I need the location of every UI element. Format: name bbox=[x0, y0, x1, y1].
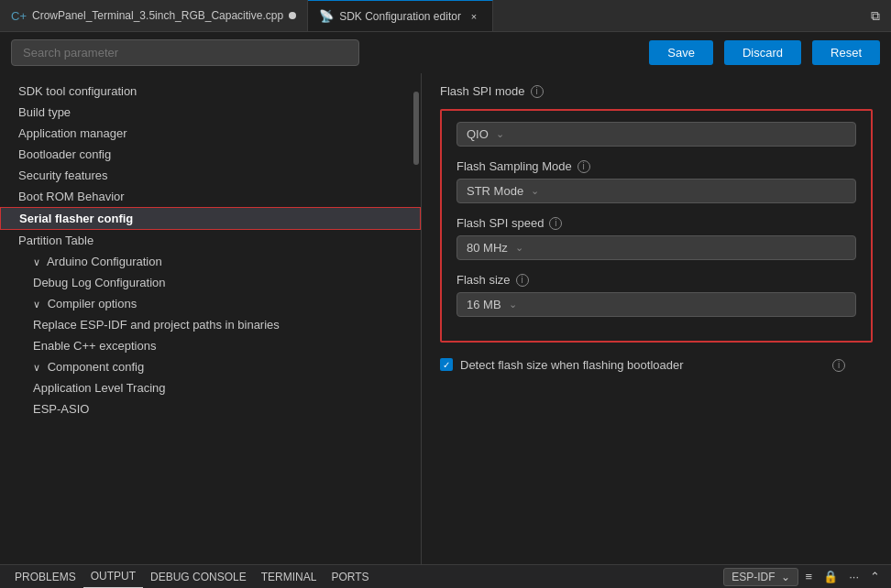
flash-spi-speed-dropdown[interactable]: 80 MHz ⌄ bbox=[456, 235, 856, 260]
sidebar-item-app-level-tracing-label: Application Level Tracing bbox=[33, 381, 166, 395]
compiler-options-arrow: ∨ bbox=[33, 299, 40, 310]
right-panel: Flash SPI mode i QIO ⌄ Flash Sampling Mo… bbox=[422, 73, 891, 564]
detect-flash-info-icon[interactable]: i bbox=[832, 359, 845, 372]
detect-flash-item: Detect flash size when flashing bootload… bbox=[440, 357, 873, 374]
status-bar: PROBLEMS OUTPUT DEBUG CONSOLE TERMINAL P… bbox=[0, 564, 891, 588]
sidebar-item-bootloader-label: Bootloader config bbox=[18, 147, 111, 161]
flash-spi-mode-info-icon[interactable]: i bbox=[531, 85, 544, 98]
sidebar-item-component-config-label: Component config bbox=[48, 360, 145, 374]
toolbar: Save Discard Reset bbox=[0, 32, 891, 73]
status-output[interactable]: OUTPUT bbox=[83, 565, 143, 588]
sidebar-item-replace-esp[interactable]: Replace ESP-IDF and project paths in bin… bbox=[0, 314, 421, 335]
sidebar-item-security-label: Security features bbox=[18, 169, 108, 182]
sidebar-item-partition-table[interactable]: Partition Table bbox=[0, 230, 421, 251]
arduino-config-arrow: ∨ bbox=[33, 256, 40, 268]
sidebar-item-replace-esp-label: Replace ESP-IDF and project paths in bin… bbox=[33, 318, 280, 332]
flash-spi-mode-header-label: Flash SPI mode bbox=[440, 84, 525, 98]
sidebar-item-esp-asio-label: ESP-ASIO bbox=[33, 402, 89, 416]
flash-size-config: Flash size i 16 MB ⌄ bbox=[456, 273, 856, 317]
sidebar-item-debug-log[interactable]: Debug Log Configuration bbox=[0, 272, 421, 293]
sidebar-item-sdk-tool-label: SDK tool configuration bbox=[18, 84, 137, 98]
split-editor-icon[interactable]: ⧉ bbox=[867, 5, 884, 27]
status-action-icons: ≡ 🔒 ··· ⌃ bbox=[802, 570, 884, 583]
sdk-icon: 📡 bbox=[319, 9, 334, 23]
tab-sdk-label: SDK Configuration editor bbox=[339, 10, 461, 23]
flash-spi-mode-dropdown[interactable]: QIO ⌄ bbox=[456, 122, 856, 147]
flash-spi-mode-value: QIO bbox=[467, 127, 489, 141]
sidebar-item-serial-flasher-label: Serial flasher config bbox=[19, 212, 133, 225]
sidebar-item-app-level-tracing[interactable]: Application Level Tracing bbox=[0, 377, 421, 398]
sidebar: SDK tool configuration Build type Applic… bbox=[0, 73, 422, 564]
tab-bar: C+ CrowPanel_Terminal_3.5inch_RGB_Capaci… bbox=[0, 0, 891, 32]
sidebar-item-arduino-config-label: Arduino Configuration bbox=[47, 255, 162, 268]
status-ports[interactable]: PORTS bbox=[324, 565, 376, 588]
flash-spi-mode-config: QIO ⌄ bbox=[456, 122, 856, 147]
sidebar-item-compiler-options-label: Compiler options bbox=[48, 297, 138, 310]
sidebar-item-sdk-tool[interactable]: SDK tool configuration bbox=[0, 81, 421, 102]
flash-size-chevron: ⌄ bbox=[509, 299, 517, 310]
sidebar-item-build-type-label: Build type bbox=[18, 105, 71, 119]
tab-cpp-label: CrowPanel_Terminal_3.5inch_RGB_Capacitiv… bbox=[32, 9, 283, 22]
flash-spi-speed-label: Flash SPI speed i bbox=[456, 216, 856, 230]
flash-size-dropdown[interactable]: 16 MB ⌄ bbox=[456, 292, 856, 317]
cpp-icon: C+ bbox=[11, 9, 27, 23]
sidebar-item-serial-flasher[interactable]: Serial flasher config bbox=[0, 207, 421, 230]
status-lock-icon[interactable]: 🔒 bbox=[820, 570, 842, 583]
tab-sdk[interactable]: 📡 SDK Configuration editor × bbox=[308, 0, 493, 31]
sidebar-item-enable-cpp-label: Enable C++ exceptions bbox=[33, 339, 156, 353]
flash-sampling-mode-chevron: ⌄ bbox=[531, 185, 539, 197]
status-terminal[interactable]: TERMINAL bbox=[254, 565, 324, 588]
sidebar-item-enable-cpp[interactable]: Enable C++ exceptions bbox=[0, 335, 421, 356]
flash-sampling-mode-config: Flash Sampling Mode i STR Mode ⌄ bbox=[456, 159, 856, 203]
flash-spi-speed-config: Flash SPI speed i 80 MHz ⌄ bbox=[456, 216, 856, 260]
tab-cpp-dot bbox=[289, 12, 296, 19]
flash-config-highlight-box: QIO ⌄ Flash Sampling Mode i STR Mode ⌄ bbox=[440, 109, 873, 343]
sidebar-scrollbar[interactable] bbox=[413, 73, 419, 564]
flash-spi-speed-value: 80 MHz bbox=[467, 241, 508, 255]
flash-size-info-icon[interactable]: i bbox=[516, 274, 529, 287]
sidebar-item-boot-rom-label: Boot ROM Behavior bbox=[18, 190, 125, 203]
status-debug-console[interactable]: DEBUG CONSOLE bbox=[143, 565, 254, 588]
sidebar-item-component-config[interactable]: ∨ Component config bbox=[0, 356, 421, 377]
esp-idf-label: ESP-IDF bbox=[732, 571, 775, 583]
discard-button[interactable]: Discard bbox=[724, 40, 801, 65]
save-button[interactable]: Save bbox=[649, 40, 713, 65]
status-problems[interactable]: PROBLEMS bbox=[7, 565, 83, 588]
status-chevron-up-icon[interactable]: ⌃ bbox=[866, 570, 884, 583]
sidebar-item-security[interactable]: Security features bbox=[0, 165, 421, 186]
detect-flash-info: i bbox=[832, 357, 845, 372]
sidebar-item-arduino-config[interactable]: ∨ Arduino Configuration bbox=[0, 251, 421, 272]
tab-sdk-close[interactable]: × bbox=[467, 9, 481, 24]
status-lines-icon[interactable]: ≡ bbox=[802, 570, 817, 583]
search-input[interactable] bbox=[11, 39, 359, 66]
flash-size-label: Flash size i bbox=[456, 273, 856, 287]
flash-sampling-mode-label: Flash Sampling Mode i bbox=[456, 159, 856, 173]
sidebar-item-build-type[interactable]: Build type bbox=[0, 102, 421, 123]
tab-cpp[interactable]: C+ CrowPanel_Terminal_3.5inch_RGB_Capaci… bbox=[0, 0, 308, 31]
main-content: Save Discard Reset SDK tool configuratio… bbox=[0, 32, 891, 564]
component-config-arrow: ∨ bbox=[33, 362, 40, 374]
sidebar-item-debug-log-label: Debug Log Configuration bbox=[33, 276, 166, 289]
sidebar-item-app-manager-label: Application manager bbox=[18, 126, 127, 140]
flash-spi-mode-section-header: Flash SPI mode i bbox=[440, 84, 873, 98]
flash-spi-mode-chevron: ⌄ bbox=[496, 128, 504, 140]
sidebar-item-compiler-options[interactable]: ∨ Compiler options bbox=[0, 293, 421, 314]
sidebar-scrollbar-thumb bbox=[413, 92, 419, 165]
detect-flash-checkbox[interactable] bbox=[440, 358, 453, 371]
sidebar-item-bootloader[interactable]: Bootloader config bbox=[0, 144, 421, 165]
flash-sampling-mode-info-icon[interactable]: i bbox=[578, 160, 590, 173]
flash-size-value: 16 MB bbox=[467, 298, 501, 311]
sidebar-item-partition-table-label: Partition Table bbox=[18, 234, 94, 247]
status-esp-idf-dropdown[interactable]: ESP-IDF ⌄ bbox=[723, 568, 798, 586]
sidebar-item-esp-asio[interactable]: ESP-ASIO bbox=[0, 398, 421, 419]
flash-spi-speed-info-icon[interactable]: i bbox=[549, 217, 562, 230]
flash-sampling-mode-dropdown[interactable]: STR Mode ⌄ bbox=[456, 179, 856, 203]
sidebar-item-app-manager[interactable]: Application manager bbox=[0, 123, 421, 144]
reset-button[interactable]: Reset bbox=[812, 40, 880, 65]
body-layout: SDK tool configuration Build type Applic… bbox=[0, 73, 891, 564]
esp-idf-chevron: ⌄ bbox=[781, 571, 790, 583]
flash-spi-speed-chevron: ⌄ bbox=[515, 242, 523, 254]
status-ellipsis-icon[interactable]: ··· bbox=[845, 570, 863, 583]
detect-flash-label: Detect flash size when flashing bootload… bbox=[460, 357, 684, 374]
sidebar-item-boot-rom[interactable]: Boot ROM Behavior bbox=[0, 186, 421, 207]
